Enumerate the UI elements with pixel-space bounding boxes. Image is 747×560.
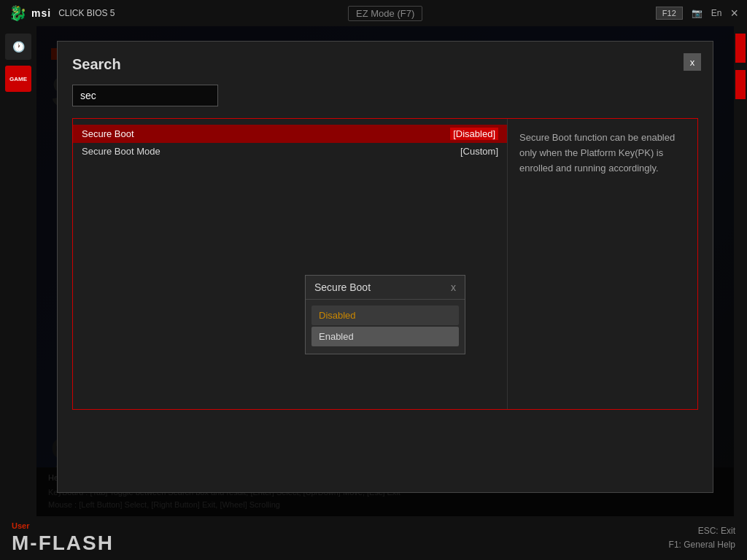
dropdown-option-enabled[interactable]: Enabled: [311, 327, 459, 346]
dropdown-header: Secure Boot x: [306, 276, 465, 300]
search-input-container: [72, 85, 698, 106]
dropdown-options: Disabled Enabled: [306, 300, 465, 354]
dropdown-title: Secure Boot: [314, 281, 371, 293]
left-sidebar: 🕐 GAME: [0, 26, 36, 560]
msi-dragon-icon: 🐉: [9, 4, 27, 22]
esc-label: ESC: Exit: [669, 524, 735, 538]
search-dialog-title: Search: [72, 56, 698, 73]
result-item-secure-boot-value: [Disabled]: [450, 128, 498, 140]
result-item-secure-boot-name: Secure Boot: [82, 128, 450, 139]
results-list: Secure Boot [Disabled] Secure Boot Mode …: [73, 119, 508, 409]
msi-logo-text: msi: [31, 7, 51, 19]
dropdown-close-label: x: [451, 281, 456, 293]
right-sidebar-btn-2[interactable]: [735, 70, 746, 99]
bios-name-text: CLICK BIOS 5: [58, 8, 115, 18]
result-item-secure-boot-mode[interactable]: Secure Boot Mode [Custom]: [73, 143, 507, 160]
lang-selector[interactable]: En: [711, 8, 722, 18]
sidebar-icon-game[interactable]: GAME: [5, 66, 31, 92]
results-container: Secure Boot [Disabled] Secure Boot Mode …: [72, 118, 698, 410]
bottom-left: User M-FLASH: [12, 521, 114, 555]
modal-overlay: Search x Secure Boot [Disabled] Secure B…: [36, 26, 734, 516]
logo-area: 🐉 msi CLICK BIOS 5: [9, 4, 115, 22]
close-button[interactable]: ×: [730, 6, 738, 21]
result-item-secure-boot[interactable]: Secure Boot [Disabled]: [73, 125, 507, 143]
dropdown-close-button[interactable]: x: [451, 281, 456, 293]
bottom-right: ESC: Exit F1: General Help: [669, 524, 735, 552]
f1-label: F1: General Help: [669, 538, 735, 552]
secure-boot-dropdown: Secure Boot x Disabled Enabled: [305, 275, 465, 354]
top-bar: 🐉 msi CLICK BIOS 5 EZ Mode (F7) F12 📷 En…: [0, 0, 747, 26]
right-sidebar-btn-1[interactable]: [735, 34, 746, 63]
result-item-secure-boot-mode-value: [Custom]: [460, 146, 498, 157]
dropdown-option-enabled-label: Enabled: [319, 331, 354, 342]
search-close-button[interactable]: x: [684, 53, 701, 71]
sidebar-icon-clock[interactable]: 🕐: [5, 34, 31, 60]
dropdown-option-disabled[interactable]: Disabled: [311, 306, 459, 325]
camera-icon: 📷: [692, 8, 703, 18]
search-input[interactable]: [72, 85, 218, 106]
results-info-text: Secure Boot function can be enabled only…: [519, 131, 686, 176]
ez-mode-label: EZ Mode (F7): [356, 8, 414, 19]
search-close-label: x: [690, 57, 695, 68]
results-info-panel: Secure Boot function can be enabled only…: [508, 119, 697, 409]
right-sidebar: [734, 26, 747, 560]
bottom-product-name: M-FLASH: [12, 532, 114, 555]
search-dialog: Search x Secure Boot [Disabled] Secure B…: [57, 41, 713, 493]
result-item-secure-boot-mode-name: Secure Boot Mode: [82, 146, 460, 157]
ez-mode-button[interactable]: EZ Mode (F7): [348, 6, 422, 21]
dropdown-option-disabled-label: Disabled: [319, 310, 356, 321]
bottom-bar: User M-FLASH ESC: Exit F1: General Help: [0, 516, 747, 560]
f12-button[interactable]: F12: [656, 7, 683, 20]
top-bar-right: F12 📷 En ×: [656, 6, 738, 21]
bottom-user-label: User: [12, 521, 114, 530]
